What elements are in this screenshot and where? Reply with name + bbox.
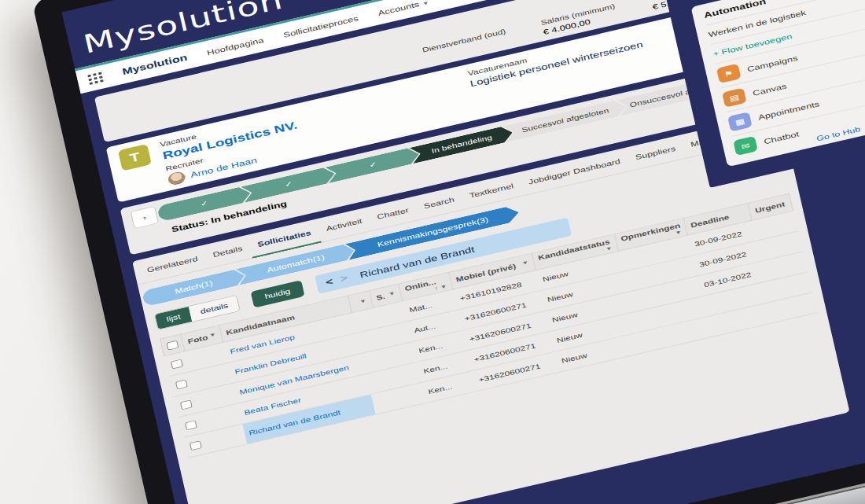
appointments-icon: ▦	[727, 112, 753, 131]
photo-scene: Mysolution® Mysolution HoofdpaginaSollic…	[0, 0, 865, 504]
column-header-icons: ▼	[208, 331, 216, 338]
column-label: Urgent	[754, 200, 786, 214]
automation-panel: Automation ✎ Werken in de logistiek + Fl…	[691, 0, 865, 167]
registered-mark: ®	[281, 0, 292, 1]
column-header-icons: ▼	[359, 298, 366, 305]
hub-item-label: Campaigns	[746, 53, 798, 73]
nav-item-hoofdpagina[interactable]: Hoofdpagina	[206, 35, 264, 57]
laptop: Mysolution® Mysolution HoofdpaginaSollic…	[31, 0, 865, 504]
column-header-icons: ▼	[388, 290, 396, 297]
pager-next-icon[interactable]: >	[340, 273, 349, 284]
nav-item-zoek-accounts[interactable]: Zoek accounts	[448, 0, 515, 1]
recruiter-avatar	[167, 171, 186, 186]
hub-item-label: Canvas	[752, 82, 787, 97]
tab-details[interactable]: Details	[203, 234, 253, 268]
row-checkbox[interactable]	[184, 420, 197, 430]
laptop-screen: Mysolution® Mysolution HoofdpaginaSollic…	[61, 0, 865, 504]
column-label: Onlin...	[404, 278, 437, 292]
view-toggle-lijst[interactable]: lijst	[155, 307, 192, 329]
row-checkbox[interactable]	[175, 379, 187, 389]
tab-chatter[interactable]: Chatter	[366, 197, 418, 231]
view-toggle-details[interactable]: details	[189, 296, 240, 322]
nav-app-name[interactable]: Mysolution	[121, 53, 188, 77]
row-checkbox[interactable]	[189, 440, 201, 451]
hub-item-label: Chatbot	[763, 130, 800, 145]
vacancy-object-icon: T	[118, 144, 152, 171]
column-header-icons: ▼	[521, 259, 529, 266]
tab-search[interactable]: Search	[414, 186, 465, 219]
chevron-down-icon: ▼	[421, 0, 429, 6]
select-all-checkbox[interactable]	[166, 340, 179, 351]
nav-item-accounts[interactable]: Accounts▼	[377, 0, 430, 17]
tab-suppliers[interactable]: Suppliers	[625, 134, 686, 171]
app-launcher-icon[interactable]	[87, 72, 103, 85]
row-checkbox[interactable]	[170, 359, 182, 369]
path-expand-button[interactable]: ›	[131, 206, 159, 229]
canvas-icon: ▤	[722, 87, 747, 107]
row-checkbox[interactable]	[179, 399, 192, 410]
campaigns-icon: ⚑	[716, 64, 742, 83]
tab-textkernel[interactable]: Textkernel	[459, 172, 524, 209]
column-label: Foto	[187, 333, 209, 345]
chatbot-icon: ✉	[733, 136, 758, 156]
nav-item-sollicitatieproces[interactable]: Sollicitatieproces	[282, 14, 359, 39]
tab-activiteit[interactable]: Activiteit	[316, 207, 373, 242]
pager-prev-icon[interactable]: <	[325, 277, 334, 288]
column-label: S.	[375, 292, 385, 302]
huidig-chip[interactable]: huidig	[251, 280, 304, 307]
